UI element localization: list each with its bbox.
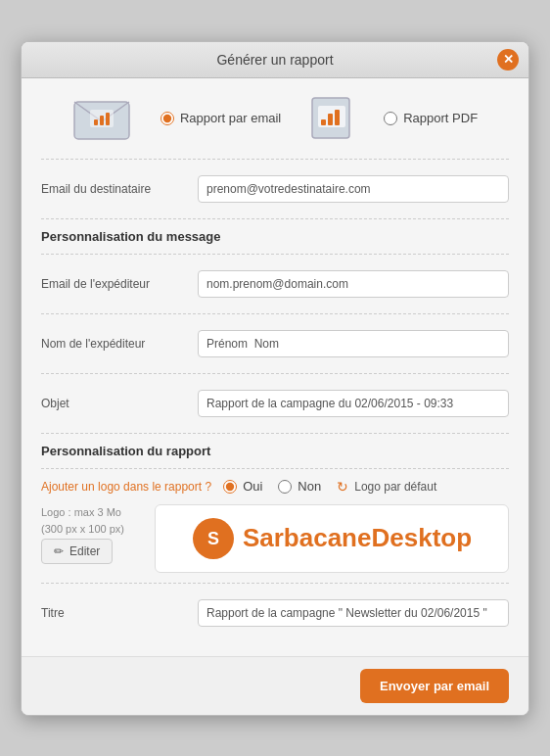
sarbacane-logo-icon: S <box>192 517 235 560</box>
envelope-icon <box>72 94 131 143</box>
logo-info-text: Logo : max 3 Mo (300 px x 100 px) <box>41 504 139 539</box>
title-input[interactable] <box>198 599 509 627</box>
svg-rect-2 <box>94 119 98 125</box>
pencil-icon: ✏ <box>54 544 64 558</box>
report-type-row: Rapport par email Rapport PDF <box>41 94 509 143</box>
sender-email-input[interactable] <box>198 270 509 298</box>
logo-default-label[interactable]: ↻ Logo par défaut <box>337 479 436 495</box>
logo-preview-box: S SarbacaneDesktop <box>155 504 509 573</box>
title-label: Titre <box>41 606 198 620</box>
svg-text:S: S <box>207 529 219 548</box>
generate-report-dialog: Générer un rapport ✕ Rapport par email <box>21 41 529 716</box>
subject-label: Objet <box>41 397 198 410</box>
recipient-input[interactable] <box>198 175 509 203</box>
divider-5 <box>41 373 509 374</box>
divider-4 <box>41 313 509 314</box>
pdf-report-option[interactable]: Rapport PDF <box>384 111 478 125</box>
logo-oui-radio[interactable] <box>223 480 237 494</box>
email-report-option[interactable]: Rapport par email <box>160 111 281 125</box>
divider-1 <box>41 159 509 160</box>
logo-non-radio[interactable] <box>278 480 292 494</box>
divider-6 <box>41 433 509 434</box>
logo-preview-row: Logo : max 3 Mo (300 px x 100 px) ✏ Edit… <box>41 504 509 573</box>
logo-non-option[interactable]: Non <box>278 479 321 494</box>
sender-email-label: Email de l'expéditeur <box>41 277 198 291</box>
pdf-report-radio[interactable] <box>384 112 397 125</box>
sender-name-input[interactable] <box>198 330 509 357</box>
personalization-message-title: Personnalisation du message <box>41 229 509 244</box>
subject-row: Objet <box>41 384 509 423</box>
divider-2 <box>41 218 509 219</box>
recipient-row: Email du destinataire <box>41 169 509 209</box>
pdf-icon <box>310 96 354 140</box>
logo-add-row: Ajouter un logo dans le rapport ? Oui No… <box>41 479 509 495</box>
send-button[interactable]: Envoyer par email <box>360 669 509 703</box>
svg-rect-3 <box>100 116 104 125</box>
divider-7 <box>41 468 509 469</box>
personalization-report-title: Personnalisation du rapport <box>41 444 509 458</box>
divider-8 <box>41 583 509 584</box>
logo-options: Oui Non ↻ Logo par défaut <box>223 479 436 495</box>
sarbacane-logo: S SarbacaneDesktop <box>192 517 472 560</box>
dialog-header: Générer un rapport ✕ <box>22 42 528 78</box>
sender-email-row: Email de l'expéditeur <box>41 264 509 304</box>
subject-input[interactable] <box>198 390 509 417</box>
divider-3 <box>41 254 509 255</box>
sender-name-row: Nom de l'expéditeur <box>41 324 509 363</box>
logo-add-label: Ajouter un logo dans le rapport ? <box>41 480 211 494</box>
svg-rect-8 <box>328 114 333 125</box>
svg-rect-4 <box>106 113 110 125</box>
dialog-title: Générer un rapport <box>216 52 333 68</box>
svg-rect-9 <box>335 110 340 125</box>
sender-name-label: Nom de l'expéditeur <box>41 337 198 351</box>
edit-button[interactable]: ✏ Editer <box>41 539 113 564</box>
logo-info-block: Logo : max 3 Mo (300 px x 100 px) ✏ Edit… <box>41 504 139 564</box>
email-report-radio[interactable] <box>160 112 174 125</box>
recipient-label: Email du destinataire <box>41 182 198 196</box>
logo-oui-option[interactable]: Oui <box>223 479 262 494</box>
sarbacane-text: SarbacaneDesktop <box>243 523 472 553</box>
title-row: Titre <box>41 593 509 633</box>
refresh-icon: ↻ <box>337 479 348 495</box>
dialog-body: Rapport par email Rapport PDF Email du d… <box>22 78 528 656</box>
svg-rect-7 <box>321 119 326 125</box>
dialog-footer: Envoyer par email <box>22 656 528 715</box>
close-button[interactable]: ✕ <box>497 49 519 71</box>
